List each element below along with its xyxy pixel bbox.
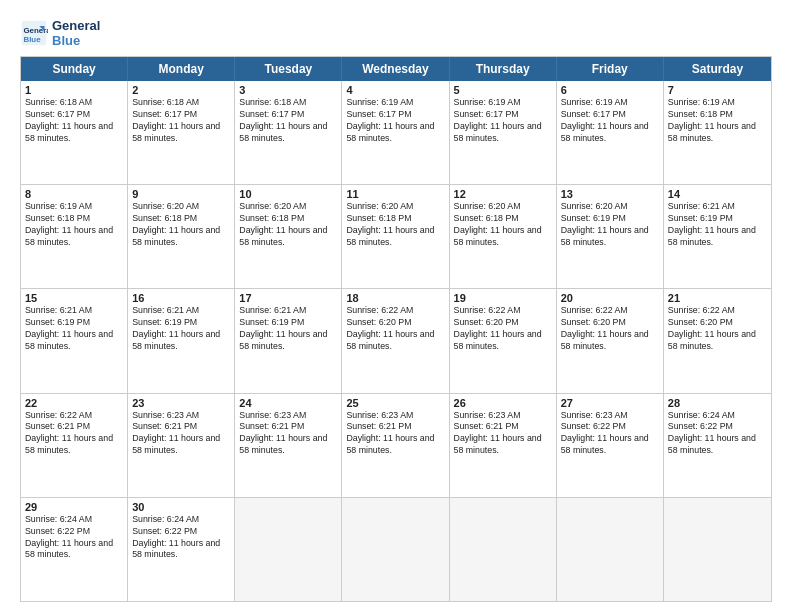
calendar-cell: 20Sunrise: 6:22 AM Sunset: 6:20 PM Dayli… bbox=[557, 289, 664, 392]
calendar-cell: 26Sunrise: 6:23 AM Sunset: 6:21 PM Dayli… bbox=[450, 394, 557, 497]
header-day-saturday: Saturday bbox=[664, 57, 771, 81]
cell-info: Sunrise: 6:19 AM Sunset: 6:17 PM Dayligh… bbox=[561, 97, 659, 145]
svg-text:Blue: Blue bbox=[24, 35, 42, 44]
calendar-cell: 2Sunrise: 6:18 AM Sunset: 6:17 PM Daylig… bbox=[128, 81, 235, 184]
calendar-cell: 4Sunrise: 6:19 AM Sunset: 6:17 PM Daylig… bbox=[342, 81, 449, 184]
day-number: 9 bbox=[132, 188, 230, 200]
logo-text: General Blue bbox=[52, 18, 100, 48]
cell-info: Sunrise: 6:21 AM Sunset: 6:19 PM Dayligh… bbox=[239, 305, 337, 353]
calendar-cell: 22Sunrise: 6:22 AM Sunset: 6:21 PM Dayli… bbox=[21, 394, 128, 497]
day-number: 11 bbox=[346, 188, 444, 200]
day-number: 23 bbox=[132, 397, 230, 409]
cell-info: Sunrise: 6:24 AM Sunset: 6:22 PM Dayligh… bbox=[25, 514, 123, 562]
cell-info: Sunrise: 6:22 AM Sunset: 6:20 PM Dayligh… bbox=[454, 305, 552, 353]
day-number: 3 bbox=[239, 84, 337, 96]
calendar-cell: 11Sunrise: 6:20 AM Sunset: 6:18 PM Dayli… bbox=[342, 185, 449, 288]
calendar-cell: 28Sunrise: 6:24 AM Sunset: 6:22 PM Dayli… bbox=[664, 394, 771, 497]
cell-info: Sunrise: 6:23 AM Sunset: 6:21 PM Dayligh… bbox=[346, 410, 444, 458]
calendar-cell: 15Sunrise: 6:21 AM Sunset: 6:19 PM Dayli… bbox=[21, 289, 128, 392]
calendar-cell: 18Sunrise: 6:22 AM Sunset: 6:20 PM Dayli… bbox=[342, 289, 449, 392]
day-number: 24 bbox=[239, 397, 337, 409]
cell-info: Sunrise: 6:23 AM Sunset: 6:21 PM Dayligh… bbox=[239, 410, 337, 458]
day-number: 1 bbox=[25, 84, 123, 96]
cell-info: Sunrise: 6:19 AM Sunset: 6:17 PM Dayligh… bbox=[346, 97, 444, 145]
day-number: 4 bbox=[346, 84, 444, 96]
day-number: 14 bbox=[668, 188, 767, 200]
header-day-wednesday: Wednesday bbox=[342, 57, 449, 81]
day-number: 25 bbox=[346, 397, 444, 409]
calendar-cell: 19Sunrise: 6:22 AM Sunset: 6:20 PM Dayli… bbox=[450, 289, 557, 392]
cell-info: Sunrise: 6:21 AM Sunset: 6:19 PM Dayligh… bbox=[668, 201, 767, 249]
day-number: 19 bbox=[454, 292, 552, 304]
calendar-cell bbox=[557, 498, 664, 601]
cell-info: Sunrise: 6:21 AM Sunset: 6:19 PM Dayligh… bbox=[132, 305, 230, 353]
cell-info: Sunrise: 6:20 AM Sunset: 6:19 PM Dayligh… bbox=[561, 201, 659, 249]
cell-info: Sunrise: 6:24 AM Sunset: 6:22 PM Dayligh… bbox=[132, 514, 230, 562]
cell-info: Sunrise: 6:19 AM Sunset: 6:18 PM Dayligh… bbox=[668, 97, 767, 145]
calendar-body: 1Sunrise: 6:18 AM Sunset: 6:17 PM Daylig… bbox=[21, 81, 771, 601]
calendar-cell: 3Sunrise: 6:18 AM Sunset: 6:17 PM Daylig… bbox=[235, 81, 342, 184]
day-number: 30 bbox=[132, 501, 230, 513]
logo: General Blue General Blue bbox=[20, 18, 100, 48]
header-day-friday: Friday bbox=[557, 57, 664, 81]
day-number: 29 bbox=[25, 501, 123, 513]
cell-info: Sunrise: 6:23 AM Sunset: 6:21 PM Dayligh… bbox=[454, 410, 552, 458]
calendar-row: 8Sunrise: 6:19 AM Sunset: 6:18 PM Daylig… bbox=[21, 184, 771, 288]
cell-info: Sunrise: 6:23 AM Sunset: 6:22 PM Dayligh… bbox=[561, 410, 659, 458]
header-day-thursday: Thursday bbox=[450, 57, 557, 81]
calendar-row: 15Sunrise: 6:21 AM Sunset: 6:19 PM Dayli… bbox=[21, 288, 771, 392]
cell-info: Sunrise: 6:20 AM Sunset: 6:18 PM Dayligh… bbox=[132, 201, 230, 249]
day-number: 7 bbox=[668, 84, 767, 96]
calendar-row: 22Sunrise: 6:22 AM Sunset: 6:21 PM Dayli… bbox=[21, 393, 771, 497]
cell-info: Sunrise: 6:21 AM Sunset: 6:19 PM Dayligh… bbox=[25, 305, 123, 353]
calendar-header: SundayMondayTuesdayWednesdayThursdayFrid… bbox=[21, 57, 771, 81]
header: General Blue General Blue bbox=[20, 18, 772, 48]
cell-info: Sunrise: 6:20 AM Sunset: 6:18 PM Dayligh… bbox=[239, 201, 337, 249]
header-day-sunday: Sunday bbox=[21, 57, 128, 81]
cell-info: Sunrise: 6:18 AM Sunset: 6:17 PM Dayligh… bbox=[132, 97, 230, 145]
calendar-row: 29Sunrise: 6:24 AM Sunset: 6:22 PM Dayli… bbox=[21, 497, 771, 601]
day-number: 20 bbox=[561, 292, 659, 304]
day-number: 10 bbox=[239, 188, 337, 200]
cell-info: Sunrise: 6:22 AM Sunset: 6:21 PM Dayligh… bbox=[25, 410, 123, 458]
page: General Blue General Blue SundayMondayTu… bbox=[0, 0, 792, 612]
cell-info: Sunrise: 6:22 AM Sunset: 6:20 PM Dayligh… bbox=[561, 305, 659, 353]
cell-info: Sunrise: 6:22 AM Sunset: 6:20 PM Dayligh… bbox=[346, 305, 444, 353]
day-number: 15 bbox=[25, 292, 123, 304]
day-number: 8 bbox=[25, 188, 123, 200]
day-number: 17 bbox=[239, 292, 337, 304]
day-number: 13 bbox=[561, 188, 659, 200]
day-number: 26 bbox=[454, 397, 552, 409]
calendar-cell: 23Sunrise: 6:23 AM Sunset: 6:21 PM Dayli… bbox=[128, 394, 235, 497]
calendar-cell: 21Sunrise: 6:22 AM Sunset: 6:20 PM Dayli… bbox=[664, 289, 771, 392]
calendar-cell: 9Sunrise: 6:20 AM Sunset: 6:18 PM Daylig… bbox=[128, 185, 235, 288]
day-number: 18 bbox=[346, 292, 444, 304]
calendar-cell: 29Sunrise: 6:24 AM Sunset: 6:22 PM Dayli… bbox=[21, 498, 128, 601]
calendar-row: 1Sunrise: 6:18 AM Sunset: 6:17 PM Daylig… bbox=[21, 81, 771, 184]
calendar-cell: 24Sunrise: 6:23 AM Sunset: 6:21 PM Dayli… bbox=[235, 394, 342, 497]
day-number: 6 bbox=[561, 84, 659, 96]
calendar-cell: 16Sunrise: 6:21 AM Sunset: 6:19 PM Dayli… bbox=[128, 289, 235, 392]
calendar-cell: 7Sunrise: 6:19 AM Sunset: 6:18 PM Daylig… bbox=[664, 81, 771, 184]
day-number: 2 bbox=[132, 84, 230, 96]
calendar-cell: 27Sunrise: 6:23 AM Sunset: 6:22 PM Dayli… bbox=[557, 394, 664, 497]
calendar-cell bbox=[450, 498, 557, 601]
day-number: 21 bbox=[668, 292, 767, 304]
cell-info: Sunrise: 6:22 AM Sunset: 6:20 PM Dayligh… bbox=[668, 305, 767, 353]
calendar-cell: 6Sunrise: 6:19 AM Sunset: 6:17 PM Daylig… bbox=[557, 81, 664, 184]
calendar-cell: 1Sunrise: 6:18 AM Sunset: 6:17 PM Daylig… bbox=[21, 81, 128, 184]
cell-info: Sunrise: 6:19 AM Sunset: 6:18 PM Dayligh… bbox=[25, 201, 123, 249]
header-day-tuesday: Tuesday bbox=[235, 57, 342, 81]
calendar-cell: 30Sunrise: 6:24 AM Sunset: 6:22 PM Dayli… bbox=[128, 498, 235, 601]
calendar-cell: 10Sunrise: 6:20 AM Sunset: 6:18 PM Dayli… bbox=[235, 185, 342, 288]
calendar-cell: 17Sunrise: 6:21 AM Sunset: 6:19 PM Dayli… bbox=[235, 289, 342, 392]
calendar: SundayMondayTuesdayWednesdayThursdayFrid… bbox=[20, 56, 772, 602]
cell-info: Sunrise: 6:18 AM Sunset: 6:17 PM Dayligh… bbox=[25, 97, 123, 145]
day-number: 27 bbox=[561, 397, 659, 409]
header-day-monday: Monday bbox=[128, 57, 235, 81]
cell-info: Sunrise: 6:24 AM Sunset: 6:22 PM Dayligh… bbox=[668, 410, 767, 458]
calendar-cell: 14Sunrise: 6:21 AM Sunset: 6:19 PM Dayli… bbox=[664, 185, 771, 288]
logo-icon: General Blue bbox=[20, 19, 48, 47]
day-number: 5 bbox=[454, 84, 552, 96]
cell-info: Sunrise: 6:20 AM Sunset: 6:18 PM Dayligh… bbox=[454, 201, 552, 249]
